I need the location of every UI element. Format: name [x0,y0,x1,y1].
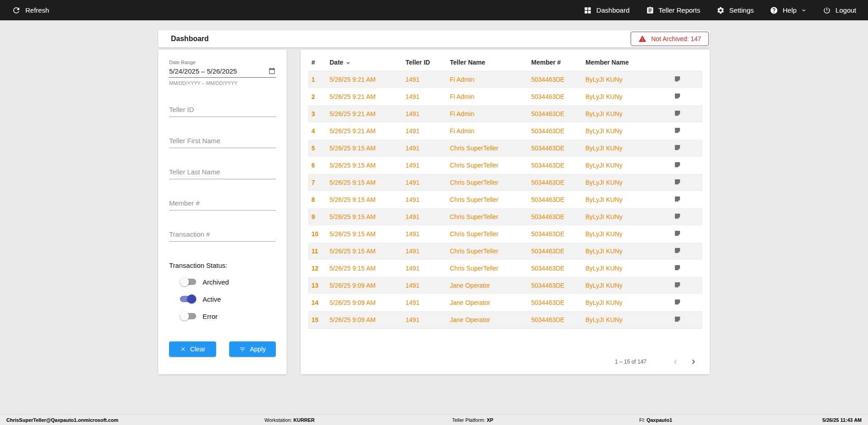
column-header-teller-name[interactable]: Teller Name [446,54,528,71]
member-number-input[interactable] [169,197,276,210]
table-row[interactable]: 9 5/26/25 9:15 AM 1491 Chris SuperTeller… [308,208,703,225]
previous-page-button[interactable] [671,357,680,366]
teller-last-name-input[interactable] [169,166,276,179]
nav-teller-reports-label: Teller Reports [659,6,701,14]
cell-notes [670,277,703,294]
row-number: 1 [308,71,326,88]
next-page-button[interactable] [689,357,698,366]
teller-platform-info: Teller Platform: XP [452,417,493,423]
note-icon[interactable] [674,75,681,82]
cell-notes [670,140,703,157]
cell-member-name: ByLyJI KUNy [582,88,670,105]
note-icon[interactable] [674,230,681,237]
table-row[interactable]: 2 5/26/25 9:21 AM 1491 Fi Admin 5034463D… [308,88,703,105]
note-icon[interactable] [674,299,681,305]
table-row[interactable]: 7 5/26/25 9:15 AM 1491 Chris SuperTeller… [308,174,703,191]
table-row[interactable]: 13 5/26/25 9:09 AM 1491 Jane Operator 50… [308,277,703,294]
table-row[interactable]: 1 5/26/25 9:21 AM 1491 Fi Admin 5034463D… [308,71,703,88]
column-header-date[interactable]: Date [326,54,402,71]
nav-logout-label: Logout [835,6,856,14]
table-row[interactable]: 12 5/26/25 9:15 AM 1491 Chris SuperTelle… [308,260,703,277]
cell-member-number: 5034463DE [528,294,582,311]
table-row[interactable]: 4 5/26/25 9:21 AM 1491 Fi Admin 5034463D… [308,122,703,140]
cell-teller-name: Chris SuperTeller [446,260,528,277]
cell-date: 5/26/25 9:21 AM [326,122,402,140]
cell-teller-name: Fi Admin [446,122,528,140]
not-archived-badge[interactable]: Not Archived: 147 [631,32,709,46]
toggle-error[interactable]: Error [180,312,276,321]
row-number: 12 [308,260,326,277]
cell-member-number: 5034463DE [528,225,582,243]
note-icon[interactable] [674,247,681,254]
nav-help[interactable]: Help [770,6,807,14]
nav-settings[interactable]: Settings [717,6,754,14]
refresh-label: Refresh [25,6,49,14]
nav-logout[interactable]: Logout [823,6,856,14]
calendar-icon[interactable] [268,67,276,75]
toggle-archived[interactable]: Archived [180,277,276,286]
cell-member-number: 5034463DE [528,208,582,225]
cell-notes [670,71,703,88]
note-icon[interactable] [674,127,681,134]
nav-dashboard[interactable]: Dashboard [584,6,629,14]
archived-toggle-switch[interactable] [180,277,196,286]
refresh-button[interactable]: Refresh [12,6,49,15]
report-icon [646,6,654,14]
cell-teller-id: 1491 [402,311,446,328]
column-header-teller-id[interactable]: Teller ID [402,54,446,71]
chevron-right-icon [689,357,698,366]
teller-id-input[interactable] [169,104,276,117]
table-row[interactable]: 11 5/26/25 9:15 AM 1491 Chris SuperTelle… [308,243,703,260]
cell-member-number: 5034463DE [528,191,582,208]
note-icon[interactable] [674,316,681,322]
statusbar: ChrisSuperTeller@Qaxpauto1.onmicrosoft.c… [0,414,868,425]
table-row[interactable]: 14 5/26/25 9:09 AM 1491 Jane Operator 50… [308,294,703,311]
date-range-input[interactable] [169,67,268,75]
table-row[interactable]: 15 5/26/25 9:09 AM 1491 Jane Operator 50… [308,311,703,328]
cell-date: 5/26/25 9:15 AM [326,243,402,260]
teller-first-name-input[interactable] [169,135,276,148]
table-row[interactable]: 8 5/26/25 9:15 AM 1491 Chris SuperTeller… [308,191,703,208]
cell-member-name: ByLyJI KUNy [582,157,670,174]
column-header-member-name[interactable]: Member Name [582,54,670,71]
cell-member-name: ByLyJI KUNy [582,311,670,328]
cell-member-number: 5034463DE [528,243,582,260]
note-icon[interactable] [674,281,681,288]
gear-icon [717,6,725,14]
note-icon[interactable] [674,93,681,99]
table-row[interactable]: 6 5/26/25 9:15 AM 1491 Chris SuperTeller… [308,157,703,174]
cell-date: 5/26/25 9:09 AM [326,294,402,311]
note-icon[interactable] [674,110,681,117]
column-header-number[interactable]: # [308,54,326,71]
note-icon[interactable] [674,196,681,202]
cell-member-number: 5034463DE [528,122,582,140]
apply-button[interactable]: Apply [229,341,276,357]
cell-date: 5/26/25 9:09 AM [326,277,402,294]
note-icon[interactable] [674,161,681,168]
dashboard-icon [584,6,592,14]
cell-member-name: ByLyJI KUNy [582,243,670,260]
transaction-number-input[interactable] [169,229,276,242]
chevron-left-icon [671,357,680,366]
note-icon[interactable] [674,144,681,151]
cell-member-name: ByLyJI KUNy [582,260,670,277]
cell-member-name: ByLyJI KUNy [582,140,670,157]
note-icon[interactable] [674,213,681,220]
cell-date: 5/26/25 9:21 AM [326,88,402,105]
cell-notes [670,243,703,260]
table-row[interactable]: 10 5/26/25 9:15 AM 1491 Chris SuperTelle… [308,225,703,243]
clear-button[interactable]: Clear [169,341,216,357]
note-icon[interactable] [674,264,681,271]
error-toggle-switch[interactable] [180,312,196,321]
warning-icon [638,35,646,43]
nav-teller-reports[interactable]: Teller Reports [646,6,701,14]
table-row[interactable]: 5 5/26/25 9:15 AM 1491 Chris SuperTeller… [308,140,703,157]
note-icon[interactable] [674,178,681,185]
table-row[interactable]: 3 5/26/25 9:21 AM 1491 Fi Admin 5034463D… [308,105,703,122]
toggle-active[interactable]: Active [180,294,276,304]
cell-teller-name: Chris SuperTeller [446,157,528,174]
cell-notes [670,122,703,140]
column-header-member-number[interactable]: Member # [528,54,582,71]
active-toggle-switch[interactable] [180,294,196,304]
date-format-hint: MM/DD/YYYY – MM/DD/YYYY [169,80,276,86]
